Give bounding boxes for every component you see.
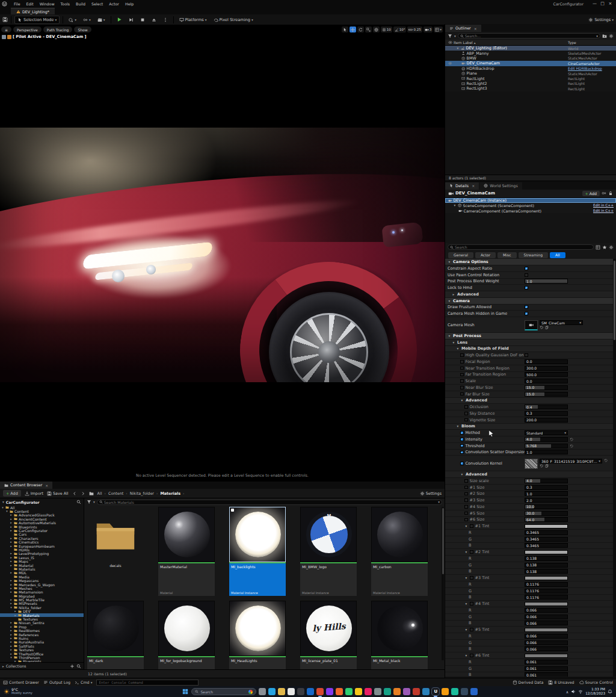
viewport-layout-button[interactable]: ▾ [434, 26, 443, 33]
taskbar-app-icon[interactable] [288, 688, 295, 695]
details-property-row[interactable]: Constrain Aspect Ratio✓ [445, 265, 616, 272]
console-input[interactable] [99, 681, 196, 684]
details-property-row[interactable]: Near Transition Region300.0 [445, 365, 616, 372]
menu-item-file[interactable]: File [11, 2, 23, 6]
checkbox[interactable]: ✓ [525, 286, 528, 290]
tab-content-browser[interactable]: Content Browser × [0, 482, 52, 489]
expand-arrow[interactable]: ▸ [10, 602, 13, 605]
number-input[interactable]: 500.0 [525, 372, 568, 377]
outliner-search[interactable]: ▾ [458, 33, 600, 39]
details-property-row[interactable]: ▾#6 Tint [445, 652, 616, 659]
scale-tool[interactable] [365, 26, 372, 33]
viewport-menu-show[interactable]: Show [74, 26, 91, 33]
expand-arrow[interactable]: ▸ [10, 564, 13, 567]
details-property-row[interactable]: Far Transition Region500.0 [445, 372, 616, 379]
pilot-camera-icon[interactable] [2, 35, 6, 39]
outliner-row[interactable]: HDRIBackdropEdit HDRIBackdrop [445, 66, 616, 71]
number-input[interactable]: 0.3 [525, 485, 568, 490]
stop-button[interactable] [138, 16, 147, 23]
number-input[interactable]: 0.066 [525, 615, 568, 619]
add-collection-icon[interactable] [70, 664, 75, 669]
details-property-row[interactable]: #3 Size2.0 [445, 497, 616, 504]
expand-arrow[interactable]: ▾ [464, 576, 468, 580]
expand-arrow[interactable]: ▾ [448, 260, 451, 264]
expand-arrow[interactable]: ▾ [10, 656, 13, 659]
details-property-row[interactable]: Size scale4.0 [445, 478, 616, 485]
number-input[interactable]: 1.0 [525, 279, 568, 283]
details-property-row[interactable]: B0.066 [445, 621, 616, 627]
override-checkbox[interactable]: ✓ [460, 444, 464, 448]
details-property-row[interactable]: Draw Frustum Allowed✓ [445, 305, 616, 311]
component-row[interactable]: ▾SceneComponent (SceneComponent)Edit in … [445, 203, 616, 208]
details-property-row[interactable]: ✓Convolution Scatter Dispersion1.0 [445, 450, 616, 456]
import-button[interactable]: Import [25, 491, 43, 496]
override-checkbox[interactable] [470, 602, 473, 606]
details-property-row[interactable]: Post Process Blend Weight1.0 [445, 279, 616, 285]
back-button[interactable] [72, 491, 77, 496]
details-property-row[interactable]: R0.138 [445, 556, 616, 562]
expand-arrow[interactable]: ▸ [10, 556, 13, 559]
viewport[interactable]: ≡PerspectivePath TracingShow 10 10° 0.25… [0, 25, 445, 481]
outliner-row[interactable]: BMWStaticMeshActor [445, 56, 616, 61]
taskbar-app-icon[interactable] [268, 688, 276, 695]
tab-outliner[interactable]: Outliner × [445, 25, 481, 32]
details-search-input[interactable] [455, 245, 591, 249]
details-subcategory[interactable]: ▸Advanced [445, 291, 616, 298]
override-checkbox[interactable] [464, 479, 468, 483]
level-tab[interactable]: DEV_Lighting* [11, 8, 55, 14]
details-property-row[interactable]: ▾#1 Tint [445, 523, 616, 530]
unreal-logo-icon[interactable] [2, 1, 7, 7]
source-control-button[interactable]: Source Control [579, 680, 613, 685]
expand-arrow[interactable]: ▾ [464, 524, 468, 528]
taskbar-app-icon[interactable] [384, 688, 391, 695]
details-subcategory[interactable]: ▾Advanced [445, 398, 616, 404]
asset-tile[interactable]: MI_carbonMaterial Instance [371, 507, 428, 596]
number-input[interactable]: 15.0 [525, 385, 568, 390]
close-icon[interactable]: × [472, 184, 475, 188]
maximize-button[interactable]: □ [599, 1, 606, 6]
save-button[interactable] [2, 17, 8, 22]
details-property-row[interactable]: #2 Size1.0 [445, 491, 616, 498]
override-checkbox[interactable] [460, 379, 464, 383]
content-browser-settings-button[interactable]: Settings [420, 491, 442, 496]
volume-icon[interactable] [571, 689, 576, 694]
edit-in-cpp-link[interactable]: Edit in C++ [593, 203, 614, 207]
expand-arrow[interactable]: ▸ [10, 637, 13, 640]
taskbar-search[interactable] [191, 688, 256, 695]
color-swatch[interactable] [525, 628, 568, 632]
number-input[interactable]: 0.3 [525, 411, 568, 416]
favorites-icon[interactable] [602, 245, 607, 250]
component-row[interactable]: DEV_CinemaCam (Instance) [445, 198, 616, 203]
details-category-header[interactable]: ▾Camera Options [445, 259, 616, 265]
details-property-row[interactable]: R0.061 [445, 659, 616, 666]
number-input[interactable]: 2.0 [525, 498, 568, 503]
expand-arrow[interactable]: ▸ [10, 640, 13, 643]
expand-arrow[interactable]: ▾ [452, 341, 455, 344]
asset-tile[interactable]: MI_HeadLightsMaterial Instance [229, 601, 286, 669]
edit-link[interactable]: Edit HDRIBackdrop [568, 66, 616, 70]
number-input[interactable]: 4.0 [525, 479, 568, 483]
override-checkbox[interactable] [470, 576, 473, 580]
override-checkbox[interactable] [460, 386, 464, 389]
breadcrumb-item[interactable]: All [97, 491, 102, 496]
details-property-row[interactable]: G0.066 [445, 640, 616, 646]
start-button[interactable] [182, 688, 189, 695]
number-input[interactable]: 0.066 [525, 640, 568, 645]
override-checkbox[interactable] [464, 486, 468, 489]
number-input[interactable]: 0.3465 [525, 530, 568, 535]
number-input[interactable]: 0.3465 [525, 537, 568, 542]
expand-arrow[interactable]: ▸ [10, 571, 13, 574]
edit-in-cpp-link[interactable]: Edit in C++ [593, 209, 614, 212]
taskbar-app-icon[interactable] [461, 688, 468, 695]
menu-item-edit[interactable]: Edit [23, 2, 37, 6]
outliner-settings-icon[interactable] [609, 34, 614, 39]
expand-arrow[interactable]: ▸ [14, 610, 17, 613]
play-button[interactable] [114, 16, 125, 23]
add-actor-dropdown[interactable]: ▾ [66, 16, 79, 23]
taskbar-app-icon[interactable] [345, 688, 353, 695]
details-property-row[interactable]: G0.1176 [445, 588, 616, 595]
taskbar-app-icon[interactable]: U [432, 688, 439, 695]
expand-arrow[interactable]: ▸ [10, 529, 13, 532]
override-checkbox[interactable]: ✓ [460, 431, 464, 435]
override-checkbox[interactable] [464, 418, 468, 422]
